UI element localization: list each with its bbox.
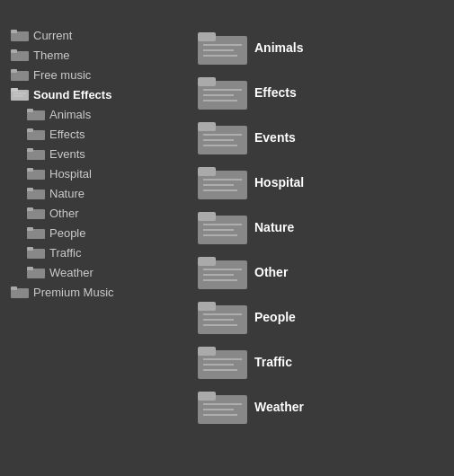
svg-rect-3 (11, 49, 17, 53)
grid-item-grid-weather[interactable]: Weather (196, 384, 447, 429)
grid-folder-icon (198, 74, 247, 111)
grid-panel: Animals Effects Events Hospital Nature O… (187, 25, 447, 429)
folder-closed-icon (27, 245, 45, 260)
folder-closed-icon (11, 48, 29, 62)
grid-item-label: Traffic (254, 355, 292, 369)
grid-item-grid-hospital[interactable]: Hospital (196, 160, 447, 205)
svg-rect-1 (11, 30, 17, 33)
tree-item-label: Nature (49, 187, 85, 200)
tree-item-current[interactable]: Current (7, 25, 187, 45)
grid-folder-icon (198, 29, 247, 66)
grid-item-grid-other[interactable]: Other (196, 250, 447, 295)
tree-item-weather[interactable]: Weather (7, 262, 187, 282)
tree-item-label: Hospital (49, 167, 92, 181)
tree-item-label: Effects (49, 128, 85, 141)
svg-rect-51 (198, 212, 216, 221)
grid-folder-icon (198, 343, 247, 381)
folder-closed-icon (27, 107, 45, 121)
grid-item-grid-nature[interactable]: Nature (196, 205, 447, 250)
svg-rect-15 (27, 148, 33, 152)
svg-rect-23 (27, 227, 33, 231)
folder-closed-icon (11, 67, 29, 82)
tree-item-people[interactable]: People (7, 223, 187, 242)
tree-item-traffic[interactable]: Traffic (7, 242, 187, 262)
svg-rect-27 (27, 267, 33, 270)
svg-rect-19 (27, 188, 33, 191)
folder-closed-icon (11, 28, 29, 42)
svg-rect-71 (198, 392, 216, 401)
tree-item-label: Animals (49, 108, 91, 121)
grid-item-grid-effects[interactable]: Effects (196, 70, 447, 115)
grid-folder-icon (198, 163, 247, 201)
tree-item-theme[interactable]: Theme (7, 45, 187, 65)
tree-item-premium-music[interactable]: Premium Music (7, 282, 187, 302)
grid-item-label: Animals (254, 40, 303, 55)
tree-item-label: Premium Music (33, 286, 114, 299)
tree-item-label: Theme (33, 48, 69, 62)
svg-rect-13 (27, 128, 33, 132)
grid-item-label: Events (254, 130, 296, 145)
folder-closed-icon (27, 186, 45, 200)
tree-item-effects[interactable]: Effects (7, 124, 187, 144)
tree-panel: Current Theme Free music Sound Effects A… (7, 25, 187, 429)
page-title (0, 0, 454, 25)
grid-item-grid-animals[interactable]: Animals (196, 25, 447, 70)
svg-rect-25 (27, 247, 33, 251)
svg-rect-5 (11, 69, 17, 73)
grid-item-label: Nature (254, 220, 294, 234)
tree-item-hospital[interactable]: Hospital (7, 163, 187, 183)
folder-closed-icon (27, 225, 45, 240)
folder-closed-icon (27, 265, 45, 279)
svg-rect-17 (27, 168, 33, 172)
grid-folder-icon (198, 208, 247, 246)
svg-rect-36 (198, 77, 216, 86)
grid-item-grid-events[interactable]: Events (196, 115, 447, 160)
svg-rect-31 (198, 32, 216, 41)
tree-item-label: Current (33, 29, 72, 42)
folder-closed-icon (27, 166, 45, 181)
grid-item-grid-people[interactable]: People (196, 295, 447, 339)
svg-rect-29 (11, 286, 17, 290)
grid-item-label: Effects (254, 85, 297, 100)
svg-rect-56 (198, 257, 216, 266)
svg-rect-46 (198, 167, 216, 176)
svg-rect-21 (27, 207, 33, 211)
folder-closed-icon (27, 127, 45, 141)
folder-closed-icon (27, 146, 45, 161)
grid-item-label: Hospital (254, 175, 304, 190)
grid-folder-icon (198, 298, 247, 336)
grid-item-label: Weather (254, 400, 304, 414)
grid-item-grid-traffic[interactable]: Traffic (196, 339, 447, 384)
tree-item-label: Sound Effects (33, 88, 111, 101)
tree-item-label: People (49, 226, 85, 240)
svg-rect-41 (198, 122, 216, 131)
folder-open-icon (11, 87, 29, 101)
svg-rect-7 (11, 88, 18, 92)
grid-folder-icon (198, 388, 247, 426)
tree-item-label: Weather (49, 266, 93, 279)
tree-item-label: Events (49, 147, 85, 161)
folder-closed-icon (27, 206, 45, 220)
svg-rect-11 (27, 109, 33, 112)
svg-rect-66 (198, 347, 216, 356)
tree-item-label: Traffic (49, 246, 81, 260)
tree-item-label: Free music (33, 68, 91, 82)
tree-item-other[interactable]: Other (7, 203, 187, 223)
folder-closed-icon (11, 285, 29, 299)
tree-item-label: Other (49, 207, 79, 220)
tree-item-free-music[interactable]: Free music (7, 65, 187, 84)
tree-item-nature[interactable]: Nature (7, 183, 187, 203)
tree-item-events[interactable]: Events (7, 144, 187, 163)
tree-item-sound-effects[interactable]: Sound Effects (7, 84, 187, 104)
grid-item-label: Other (254, 265, 288, 279)
svg-rect-61 (198, 302, 216, 311)
grid-item-label: People (254, 310, 296, 324)
grid-folder-icon (198, 253, 247, 291)
tree-item-animals[interactable]: Animals (7, 104, 187, 124)
grid-folder-icon (198, 119, 247, 156)
